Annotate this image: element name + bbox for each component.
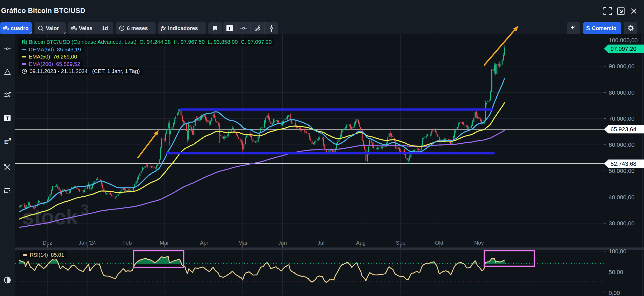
svg-text:Mai: Mai: [238, 240, 247, 246]
svg-text:Nov: Nov: [474, 240, 484, 246]
svg-text:Sep: Sep: [396, 240, 405, 246]
svg-text:T: T: [228, 26, 231, 31]
svg-text:70.000,00: 70.000,00: [609, 115, 635, 122]
svg-text:50,00: 50,00: [609, 269, 623, 275]
svg-text:Jan '24: Jan '24: [79, 240, 96, 246]
svg-text:Okt: Okt: [435, 240, 443, 246]
svg-text:100,00: 100,00: [609, 248, 626, 255]
svg-text:60.000,00: 60.000,00: [609, 142, 635, 148]
svg-text:65.923,64: 65.923,64: [611, 126, 636, 133]
svg-text:40.000,00: 40.000,00: [609, 194, 635, 201]
svg-text:Apr: Apr: [200, 240, 208, 246]
svg-text:52.743,68: 52.743,68: [611, 161, 636, 167]
svg-text:Jun: Jun: [278, 240, 287, 246]
svg-text:Mär: Mär: [160, 240, 169, 246]
svg-text:90.000,00: 90.000,00: [609, 63, 635, 70]
svg-text:Jul: Jul: [318, 240, 325, 246]
svg-text:Dez: Dez: [43, 240, 52, 246]
svg-text:80.000,00: 80.000,00: [609, 89, 635, 96]
svg-text:Feb: Feb: [122, 240, 132, 246]
svg-text:97.097,20: 97.097,20: [611, 46, 636, 52]
svg-text:30.000,00: 30.000,00: [609, 220, 635, 227]
svg-text:Aug: Aug: [356, 240, 366, 246]
svg-text:50.000,00: 50.000,00: [609, 168, 635, 174]
svg-text:E: E: [4, 139, 8, 145]
svg-text:T: T: [6, 115, 9, 121]
svg-text:100.000,00: 100.000,00: [609, 37, 638, 43]
